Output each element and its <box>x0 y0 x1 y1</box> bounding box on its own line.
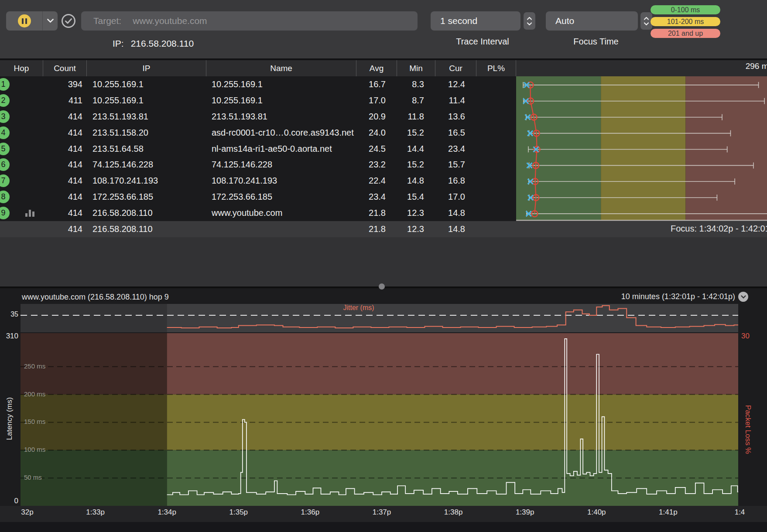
hop-latency-graph[interactable] <box>516 76 767 222</box>
gridline-label-250: 250 ms <box>24 362 45 370</box>
hop-number-badge: 9 <box>0 207 10 219</box>
ip-cell: 213.51.158.20 <box>87 128 206 138</box>
cur-cell: 17.0 <box>435 192 476 202</box>
time-tick-label: 1:33p <box>76 508 115 517</box>
trace-interval-stepper[interactable] <box>524 12 535 30</box>
focus-time-select[interactable]: Auto <box>546 11 638 31</box>
resolved-ip: IP:216.58.208.110 <box>113 38 194 49</box>
confirm-target-button[interactable] <box>62 14 75 28</box>
name-cell: www.youtube.com <box>206 208 356 218</box>
column-header-graph <box>516 60 767 76</box>
time-tick-label: 1:4 <box>720 508 760 517</box>
hop-cell: 8 <box>0 189 43 205</box>
ip-value: 216.58.208.110 <box>131 38 194 48</box>
hop-cell: 9 <box>0 205 43 221</box>
min-cell: 14.4 <box>397 144 435 154</box>
count-cell: 414 <box>43 144 87 154</box>
avg-cell: 20.9 <box>356 112 397 122</box>
column-header-name[interactable]: Name <box>206 60 356 76</box>
hop-cell: 7 <box>0 173 43 189</box>
avg-cell: 23.4 <box>356 192 397 202</box>
pause-button[interactable] <box>6 11 42 31</box>
hop-number-badge: 7 <box>0 174 10 187</box>
hop-number-badge: 2 <box>0 94 10 107</box>
min-cell: 15.2 <box>397 128 435 138</box>
packet-loss-axis-max-label: 30 <box>741 332 750 341</box>
timeline-range-control[interactable]: 10 minutes (1:32:01p - 1:42:01p) <box>621 292 748 302</box>
jitter-graph-title: Jitter (ms) <box>332 304 385 312</box>
gridline-label-100: 100 ms <box>24 446 45 453</box>
avg-cell: 23.2 <box>356 160 397 170</box>
time-tick-label: 32p <box>8 508 47 517</box>
timeline-title: www.youtube.com (216.58.208.110) hop 9 <box>22 293 169 302</box>
cur-cell: 16.5 <box>435 128 476 138</box>
cur-cell: 14.8 <box>435 208 476 218</box>
range-dropdown-icon <box>738 292 748 302</box>
summary-ip: 216.58.208.110 <box>87 224 206 234</box>
avg-cell: 17.0 <box>356 95 397 106</box>
legend-badge-0: 0-100 ms <box>651 5 720 14</box>
time-tick-label: 1:39p <box>505 508 544 517</box>
focus-time-label: Focus Time <box>552 37 640 47</box>
name-cell: 172.253.66.185 <box>206 192 356 202</box>
column-header-ip[interactable]: IP <box>87 60 206 76</box>
target-input[interactable]: Target: www.youtube.com <box>81 11 418 31</box>
summary-count: 414 <box>43 224 87 234</box>
hop-cell: 5 <box>0 141 43 157</box>
min-cell: 14.8 <box>397 176 435 186</box>
trace-dropdown-button[interactable] <box>43 11 58 31</box>
hop-number-badge: 4 <box>0 126 10 139</box>
legend-badge-1: 101-200 ms <box>651 17 720 26</box>
ip-label: IP: <box>113 38 124 48</box>
min-cell: 15.4 <box>397 192 435 202</box>
column-header-count[interactable]: Count <box>43 60 87 76</box>
upper-pane-empty-area <box>0 237 767 286</box>
hop-number-badge: 8 <box>0 191 10 203</box>
column-header-min[interactable]: Min <box>397 60 435 76</box>
trace-interval-value: 1 second <box>440 16 477 26</box>
avg-cell: 24.5 <box>356 144 397 154</box>
name-cell: 10.255.169.1 <box>206 79 356 89</box>
name-cell: nl-ams14a-ri1-ae50-0.aorta.net <box>206 144 356 154</box>
column-header-hop[interactable]: Hop <box>0 60 43 76</box>
column-header-avg[interactable]: Avg <box>356 60 397 76</box>
count-cell: 414 <box>43 160 87 170</box>
count-cell: 414 <box>43 208 87 218</box>
time-tick-label: 1:41p <box>648 508 688 517</box>
summary-cur: 14.8 <box>435 224 476 234</box>
name-cell: 74.125.146.228 <box>206 160 356 170</box>
legend-badge-2: 201 and up <box>651 29 720 38</box>
latency-timeline-graph[interactable] <box>21 333 738 506</box>
cur-cell: 16.8 <box>435 176 476 186</box>
column-header-pl[interactable]: PL% <box>476 60 516 76</box>
count-cell: 414 <box>43 176 87 186</box>
cur-cell: 11.4 <box>435 95 476 106</box>
time-tick-label: 1:36p <box>291 508 330 517</box>
pane-splitter-handle[interactable] <box>379 283 385 290</box>
summary-row[interactable]: 414 216.58.208.110 21.8 12.3 14.8 <box>0 221 767 237</box>
time-tick-label: 1:34p <box>147 508 187 517</box>
hop-cell: 3 <box>0 109 43 125</box>
hop-number-badge: 1 <box>0 78 10 91</box>
pingplotter-window: Target: www.youtube.com 1 second Auto Tr… <box>0 0 767 532</box>
chevron-up-icon <box>527 17 532 20</box>
cur-cell: 23.4 <box>435 144 476 154</box>
avg-cell: 24.0 <box>356 128 397 138</box>
time-tick-label: 1:35p <box>219 508 258 517</box>
ip-cell: 216.58.208.110 <box>87 208 206 218</box>
trace-interval-select[interactable]: 1 second <box>431 11 520 31</box>
gridline-label-50: 50 ms <box>24 474 42 481</box>
time-tick-label: 1:37p <box>362 508 401 517</box>
cur-cell: 15.7 <box>435 160 476 170</box>
count-cell: 394 <box>43 79 87 89</box>
timeline-range-label: 10 minutes (1:32:01p - 1:42:01p) <box>621 292 735 301</box>
hop-cell: 1 <box>0 76 43 92</box>
hop-number-badge: 5 <box>0 143 10 155</box>
focus-time-value: Auto <box>555 16 574 26</box>
column-header-cur[interactable]: Cur <box>435 60 476 76</box>
chevron-up-icon <box>644 17 649 20</box>
name-cell: 108.170.241.193 <box>206 176 356 186</box>
hop-number-badge: 3 <box>0 110 10 123</box>
min-cell: 11.8 <box>397 112 435 122</box>
trace-control-group <box>6 11 58 31</box>
